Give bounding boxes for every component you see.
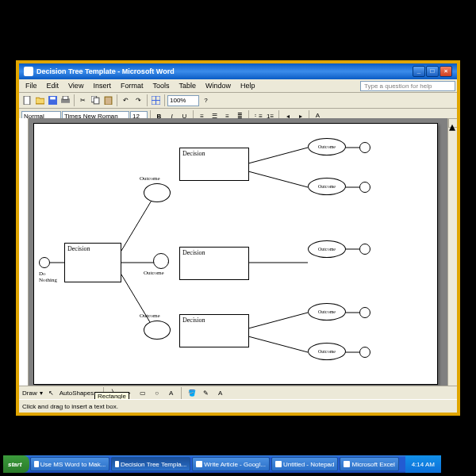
decision-box-2a[interactable]: Decision <box>179 148 249 181</box>
start-button[interactable]: start <box>3 455 29 473</box>
outcome-oval-mid[interactable]: Outcome <box>308 240 346 258</box>
help-search-input[interactable]: Type a question for help <box>360 81 455 91</box>
autoshapes-menu[interactable]: AutoShapes <box>60 390 94 397</box>
system-tray[interactable]: 4:14 AM <box>405 455 441 473</box>
svg-line-21 <box>248 313 308 328</box>
svg-rect-6 <box>94 98 99 104</box>
menu-table[interactable]: Table <box>174 81 201 90</box>
menu-insert[interactable]: Insert <box>88 81 116 90</box>
taskbar-item-1[interactable]: Use MS Word to Mak... <box>30 457 109 471</box>
select-icon[interactable]: ↖ <box>45 387 57 399</box>
taskbar-item-2[interactable]: Decision Tree Templa... <box>111 457 190 471</box>
status-hint: Click and drag to insert a text box. <box>22 403 118 410</box>
title-bar: Decision Tree Template - Microsoft Word … <box>19 63 457 79</box>
undo-icon[interactable]: ↶ <box>120 94 132 106</box>
start-node[interactable] <box>39 257 50 268</box>
svg-rect-0 <box>24 96 30 105</box>
clock: 4:14 AM <box>412 461 435 468</box>
decision-box-2c[interactable]: Decision <box>179 314 249 347</box>
word-app-icon <box>24 67 33 76</box>
paste-icon[interactable] <box>102 94 114 106</box>
end-node-3[interactable] <box>359 244 370 255</box>
outcome-oval-bot2[interactable]: Outcome <box>308 343 346 360</box>
menu-format[interactable]: Format <box>116 81 148 90</box>
svg-line-12 <box>121 195 155 251</box>
vertical-ruler[interactable] <box>19 118 29 386</box>
standard-toolbar: ✂ ↶ ↷ 100% ? <box>19 93 457 109</box>
menu-edit[interactable]: Edit <box>42 81 64 90</box>
menu-window[interactable]: Window <box>201 81 236 90</box>
svg-line-22 <box>248 336 308 352</box>
print-icon[interactable] <box>60 94 71 106</box>
outcome-oval-top1[interactable]: Outcome <box>308 138 346 155</box>
end-node-1[interactable] <box>359 142 370 153</box>
menu-bar: File Edit View Insert Format Tools Table… <box>19 79 457 93</box>
svg-rect-7 <box>105 97 112 105</box>
svg-rect-2 <box>50 97 56 99</box>
open-icon[interactable] <box>34 94 46 106</box>
menu-file[interactable]: File <box>21 81 42 90</box>
copy-icon[interactable] <box>90 94 102 106</box>
taskbar-item-4[interactable]: Untitled - Notepad <box>271 457 338 471</box>
cut-icon[interactable]: ✂ <box>77 94 89 106</box>
draw-menu[interactable]: Draw <box>22 390 37 397</box>
new-doc-icon[interactable] <box>21 94 33 106</box>
vertical-scrollbar[interactable]: ▴ <box>447 118 457 386</box>
outcome-label-1b: Outcome <box>144 270 164 276</box>
outcome-oval-top2[interactable]: Outcome <box>308 178 346 195</box>
decision-box-2b[interactable]: Decision <box>179 247 249 280</box>
document-page: Do Nothing Decision Outcome Outcome Outc… <box>33 123 438 385</box>
end-node-2[interactable] <box>359 182 370 193</box>
taskbar-item-3[interactable]: Write Article - Googl... <box>192 457 270 471</box>
document-area[interactable]: Do Nothing Decision Outcome Outcome Outc… <box>29 118 447 386</box>
table-icon[interactable] <box>150 94 162 106</box>
zoom-combo[interactable]: 100% <box>167 95 199 106</box>
minimize-button[interactable]: _ <box>413 66 425 77</box>
maximize-button[interactable]: □ <box>426 66 439 77</box>
rectangle-icon[interactable]: ▭ <box>136 387 148 399</box>
font-color-icon[interactable]: A <box>214 387 226 399</box>
help-icon[interactable]: ? <box>200 94 212 106</box>
scroll-up-icon[interactable]: ▴ <box>448 118 458 128</box>
line-color-icon[interactable]: ✎ <box>200 387 212 399</box>
menu-help[interactable]: Help <box>236 81 260 90</box>
decision-box-1[interactable]: Decision <box>64 243 121 282</box>
redo-icon[interactable]: ↷ <box>132 94 144 106</box>
menu-tools[interactable]: Tools <box>148 81 174 90</box>
textbox-icon[interactable]: A <box>165 387 177 399</box>
outcome-oval-bot1[interactable]: Outcome <box>308 303 346 321</box>
outcome-oval-1b[interactable] <box>153 253 169 269</box>
svg-line-16 <box>248 171 308 187</box>
do-nothing-label: Do Nothing <box>39 271 57 283</box>
fill-icon[interactable]: 🪣 <box>186 387 198 399</box>
end-node-5[interactable] <box>359 347 370 358</box>
outcome-oval-1c[interactable] <box>144 321 171 340</box>
close-button[interactable]: × <box>440 66 452 77</box>
outcome-label-1c: Outcome <box>140 313 160 319</box>
status-bar: Click and drag to insert a text box. <box>19 399 457 413</box>
oval-icon[interactable]: ○ <box>151 387 163 399</box>
outcome-label-1a: Outcome <box>140 175 160 182</box>
svg-rect-4 <box>63 96 68 99</box>
end-node-4[interactable] <box>359 307 370 318</box>
outcome-oval-1a[interactable] <box>144 183 171 202</box>
svg-line-15 <box>248 148 308 163</box>
windows-taskbar: start Use MS Word to Mak... Decision Tre… <box>3 455 441 473</box>
save-icon[interactable] <box>47 94 59 106</box>
drawing-toolbar: Draw▾ ↖ AutoShapes▾ ╲ → ▭ ○ A 🪣 ✎ A Rect… <box>19 386 457 399</box>
menu-view[interactable]: View <box>63 81 88 90</box>
window-title: Decision Tree Template - Microsoft Word <box>36 67 175 75</box>
taskbar-item-5[interactable]: Microsoft Excel <box>340 457 398 471</box>
